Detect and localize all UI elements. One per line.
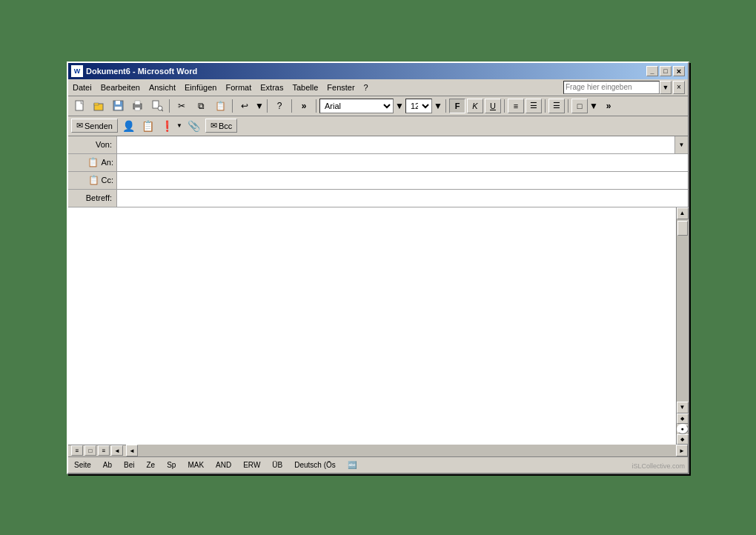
toolbar-separator-1 [169, 99, 170, 113]
underline-button[interactable]: U [485, 99, 501, 113]
status-erw: ERW [243, 461, 260, 469]
menu-ansicht[interactable]: Ansicht [145, 82, 180, 93]
an-label: An: [101, 158, 113, 167]
an-row: 📋 An: [68, 154, 688, 172]
size-selector[interactable]: 12 [405, 99, 432, 113]
check-names-button[interactable]: 📋 [140, 118, 156, 134]
main-toolbar: ✂ ⧉ 📋 ↩ ▼ ? » Arial ▼ 12 ▼ F K U ≡ ☰ ☰ □… [68, 96, 688, 116]
menu-einfuegen[interactable]: Einfügen [180, 82, 221, 93]
help-button[interactable]: ? [271, 98, 288, 114]
cc-label-area: 📋 Cc: [68, 173, 116, 187]
an-input[interactable] [116, 154, 688, 171]
svg-rect-4 [116, 101, 120, 104]
scroll-prev-button[interactable]: ◆ [677, 413, 689, 424]
an-icon: 📋 [85, 157, 101, 167]
align-center-button[interactable]: ☰ [525, 99, 542, 113]
menu-format[interactable]: Format [221, 82, 256, 93]
scroll-up-button[interactable]: ▲ [677, 207, 689, 219]
more-button-2[interactable]: » [600, 98, 617, 114]
send-button[interactable]: ✉ Senden [71, 119, 118, 133]
search-input[interactable] [563, 81, 660, 94]
restore-button[interactable]: □ [660, 66, 672, 76]
scroll-down-button[interactable]: ▼ [677, 402, 689, 413]
status-and: AND [216, 461, 231, 469]
italic-button[interactable]: K [467, 99, 483, 113]
view-buttons: ≡ □ ≡ ◄ [68, 445, 126, 456]
toolbar-separator-6 [445, 99, 446, 113]
menu-tabelle[interactable]: Tabelle [288, 82, 322, 93]
an-label-area: 📋 An: [68, 156, 116, 169]
status-bar: Seite Ab Bei Ze Sp MAK AND ERW ÜB Deutsc… [68, 456, 688, 473]
undo-dropdown[interactable]: ▼ [255, 98, 264, 114]
menu-fenster[interactable]: Fenster [322, 82, 359, 93]
more-button-1[interactable]: » [295, 98, 313, 114]
menu-extras[interactable]: Extras [256, 82, 288, 93]
size-dropdown[interactable]: ▼ [434, 98, 442, 114]
scroll-track[interactable] [677, 219, 689, 402]
email-form: Von: ▼ 📋 An: 📋 Cc: Betreff: [68, 136, 688, 207]
print-button[interactable] [129, 98, 147, 114]
importance-dropdown[interactable]: ▼ [176, 118, 183, 134]
svg-rect-9 [153, 101, 159, 108]
font-selector[interactable]: Arial [319, 99, 394, 113]
menu-bearbeiten[interactable]: Bearbeiten [96, 82, 145, 93]
document-content-area: ▲ ▼ ◆ ● ◆ [68, 207, 688, 445]
scroll-circle-button[interactable]: ● [677, 424, 689, 434]
save-button[interactable] [110, 98, 127, 114]
minimize-button[interactable]: _ [646, 66, 658, 76]
menu-datei[interactable]: Datei [68, 82, 96, 93]
toolbar-separator-5 [316, 99, 316, 113]
document-body[interactable] [68, 207, 676, 445]
cut-button[interactable]: ✂ [173, 98, 190, 114]
layout-view-button[interactable]: □ [84, 445, 96, 456]
von-dropdown-button[interactable]: ▼ [674, 136, 688, 153]
toolbar-separator-7 [504, 99, 505, 113]
window-controls: _ □ × [646, 66, 685, 76]
border-button[interactable]: □ [571, 99, 588, 113]
horizontal-scroll-track[interactable] [138, 445, 676, 456]
svg-rect-7 [135, 101, 140, 104]
list-button[interactable]: ☰ [548, 99, 565, 113]
menu-help[interactable]: ? [359, 82, 373, 93]
svg-rect-2 [94, 103, 99, 105]
copy-button[interactable]: ⧉ [192, 98, 210, 114]
paste-button[interactable]: 📋 [211, 98, 229, 114]
von-label: Von: [68, 139, 116, 150]
status-bei: Bei [124, 461, 134, 469]
search-close-button[interactable]: × [673, 81, 685, 94]
send-icon: ✉ [76, 121, 83, 130]
bcc-icon: ✉ [210, 121, 217, 130]
align-left-button[interactable]: ≡ [508, 99, 524, 113]
bold-button[interactable]: F [449, 99, 465, 113]
preview-button[interactable] [148, 98, 166, 114]
open-button[interactable] [90, 98, 108, 114]
betreff-input[interactable] [116, 190, 688, 207]
scroll-left-button[interactable]: ◄ [126, 445, 138, 456]
scroll-thumb[interactable] [677, 221, 688, 236]
new-button[interactable] [71, 98, 89, 114]
search-dropdown-button[interactable]: ▼ [660, 81, 672, 94]
von-input[interactable] [117, 136, 674, 153]
font-dropdown[interactable]: ▼ [395, 98, 404, 114]
bottom-scrollbar-area: ≡ □ ≡ ◄ ◄ ► [68, 445, 688, 456]
importance-button[interactable]: ❗ [159, 118, 176, 134]
attach-button[interactable]: 📎 [186, 118, 202, 134]
border-dropdown[interactable]: ▼ [589, 98, 598, 114]
watermark: iSLCollective.com [631, 462, 685, 470]
title-bar: W Dokument6 - Microsoft Word _ □ × [68, 63, 688, 79]
scroll-right-button[interactable]: ► [676, 445, 688, 456]
scroll-next-button[interactable]: ◆ [677, 434, 689, 445]
window-title: Dokument6 - Microsoft Word [86, 67, 646, 76]
toolbar-separator-4 [291, 99, 292, 113]
undo-button[interactable]: ↩ [236, 98, 253, 114]
cc-input[interactable] [116, 172, 688, 189]
address-book-button[interactable]: 👤 [121, 118, 137, 134]
outline-view-button[interactable]: ≡ [98, 445, 110, 456]
status-lang-icon: 🔤 [348, 461, 357, 469]
status-mak: MAK [188, 461, 204, 469]
bcc-button[interactable]: ✉ Bcc [205, 119, 237, 133]
nav-view-button[interactable]: ◄ [111, 445, 123, 456]
close-button[interactable]: × [673, 66, 685, 76]
normal-view-button[interactable]: ≡ [71, 445, 83, 456]
von-field-container: ▼ [116, 136, 688, 153]
